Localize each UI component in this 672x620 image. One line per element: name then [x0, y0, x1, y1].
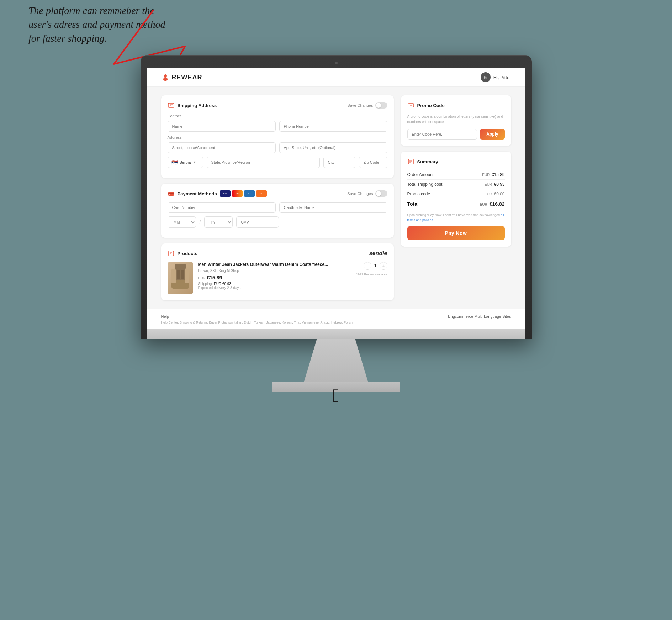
pay-now-button[interactable]: Pay Now	[407, 226, 505, 240]
country-select[interactable]: 🇷🇸 Serbia ▼	[168, 157, 203, 168]
chevron-down-icon: ▼	[193, 161, 196, 164]
products-card-header: Products sendle	[168, 250, 387, 257]
payment-card: Payment Methods VISA MC AX D Save Change…	[161, 184, 394, 238]
total-row: Total EUR €16.82	[407, 199, 505, 209]
products-card: Products sendle	[161, 243, 394, 300]
svg-rect-12	[185, 269, 189, 283]
summary-icon	[407, 158, 414, 165]
product-price: EUR €15.89	[198, 275, 351, 280]
shipping-currency: EUR	[485, 183, 492, 186]
cvv-input[interactable]	[236, 216, 279, 228]
sendle-logo: sendle	[369, 250, 387, 257]
shipping-cost-row: Total shipping cost EUR €0.93	[407, 180, 505, 189]
apply-button[interactable]: Apply	[480, 129, 504, 140]
promo-price: €0.00	[494, 191, 504, 196]
zip-input[interactable]	[359, 157, 387, 168]
promo-code-input[interactable]	[407, 129, 477, 140]
amex-icon: AX	[244, 190, 255, 197]
payment-save-changes-toggle[interactable]	[375, 190, 387, 197]
logo[interactable]: REWEAR	[161, 73, 202, 82]
payment-save-changes-label: Save Changes	[347, 191, 373, 196]
product-shipping: Shipping: EUR €0.93	[198, 282, 351, 286]
product-delivery: Expected delivery 2-3 days	[198, 286, 351, 290]
monitor: REWEAR Hi Hi, Pitter	[141, 55, 532, 409]
shipping-icon	[168, 102, 175, 109]
user-avatar: Hi	[481, 72, 491, 82]
summary-card: Summary Order Amount EUR €15.89 Total sh…	[401, 152, 511, 247]
year-select[interactable]: YY	[204, 216, 233, 228]
state-input[interactable]	[207, 157, 320, 168]
payment-icon	[168, 190, 175, 197]
promo-summary-label: Promo code	[407, 191, 430, 196]
promo-title: Promo Code	[407, 102, 445, 109]
flag-icon: 🇷🇸	[171, 159, 178, 165]
terms-text: Upon clicking "Pay Now" I confirm I have…	[407, 213, 505, 222]
quantity-decrease-button[interactable]: −	[364, 262, 371, 270]
order-amount-price: €15.89	[492, 172, 505, 177]
card-row-1	[168, 202, 387, 213]
product-right: − 1 + 1992 Pieces available	[356, 262, 387, 276]
save-changes-group[interactable]: Save Changes	[347, 102, 387, 109]
total-currency: EUR	[480, 203, 487, 206]
payment-title-text: Payment Methods	[178, 191, 217, 196]
right-panel: Promo Code A promo code is a combination…	[401, 95, 511, 300]
visa-icon: VISA	[220, 190, 231, 197]
price-currency: EUR	[198, 276, 206, 280]
products-title: Products	[168, 250, 197, 257]
shipping-card: Shipping Address Save Changes Contact	[161, 95, 394, 178]
product-variant: Brown, XXL, King M Shop	[198, 269, 351, 273]
address-row-2: 🇷🇸 Serbia ▼	[168, 157, 387, 168]
total-price: €16.82	[490, 201, 505, 207]
address-label: Address	[168, 135, 387, 140]
total-value: EUR €16.82	[480, 201, 505, 207]
summary-card-header: Summary	[407, 158, 505, 165]
save-changes-label: Save Changes	[347, 103, 373, 107]
month-select[interactable]: MM	[168, 216, 196, 228]
quantity-increase-button[interactable]: +	[380, 262, 387, 270]
date-separator: /	[200, 219, 201, 225]
monitor-chin	[147, 329, 525, 339]
apt-input[interactable]	[279, 142, 387, 153]
promo-card: Promo Code A promo code is a combination…	[401, 95, 511, 146]
city-input[interactable]	[323, 157, 355, 168]
payment-save-changes-group[interactable]: Save Changes	[347, 190, 387, 197]
order-amount-label: Order Amount	[407, 172, 434, 177]
shipping-label: Shipping:	[198, 282, 213, 286]
total-label: Total	[407, 201, 419, 207]
order-amount-row: Order Amount EUR €15.89	[407, 170, 505, 180]
name-input[interactable]	[168, 121, 276, 132]
cardholder-input[interactable]	[279, 202, 387, 213]
svg-rect-4	[169, 194, 170, 195]
quantity-control: − 1 +	[364, 262, 387, 270]
footer-help[interactable]: Help	[161, 314, 169, 319]
monitor-bezel: REWEAR Hi Hi, Pitter	[141, 55, 532, 339]
user-badge[interactable]: Hi Hi, Pitter	[481, 72, 511, 82]
monitor-screen: REWEAR Hi Hi, Pitter	[147, 68, 525, 329]
street-input[interactable]	[168, 142, 276, 153]
phone-input[interactable]	[279, 121, 387, 132]
contact-row	[168, 121, 387, 132]
logo-text: REWEAR	[172, 74, 202, 81]
svg-rect-6	[175, 264, 186, 269]
order-amount-value: EUR €15.89	[482, 172, 504, 177]
product-title: Men Winter Jean Jackets Outerwear Warm D…	[198, 262, 351, 268]
shipping-card-header: Shipping Address Save Changes	[168, 102, 387, 109]
card-number-input[interactable]	[168, 202, 276, 213]
svg-rect-5	[169, 251, 174, 256]
terms-prefix: Upon clicking "Pay Now" I confirm I have…	[407, 213, 501, 217]
shipping-title-text: Shipping Address	[178, 103, 217, 108]
product-info: Men Winter Jean Jackets Outerwear Warm D…	[198, 262, 351, 290]
svg-rect-1	[168, 103, 174, 107]
svg-rect-11	[171, 269, 176, 283]
product-figure-svg	[170, 262, 191, 294]
price-value: €15.89	[207, 275, 222, 280]
monitor-camera	[335, 62, 338, 64]
payment-icons: VISA MC AX D	[220, 190, 267, 197]
monitor-stand-top	[304, 339, 368, 382]
footer-links: Help Center, Shipping & Returns, Buyer P…	[161, 321, 511, 324]
save-changes-toggle[interactable]	[375, 102, 387, 109]
product-image	[168, 262, 193, 294]
promo-summary-value: EUR €0.00	[485, 191, 505, 196]
user-greeting: Hi, Pitter	[493, 75, 511, 80]
promo-row: Promo code EUR €0.00	[407, 189, 505, 199]
